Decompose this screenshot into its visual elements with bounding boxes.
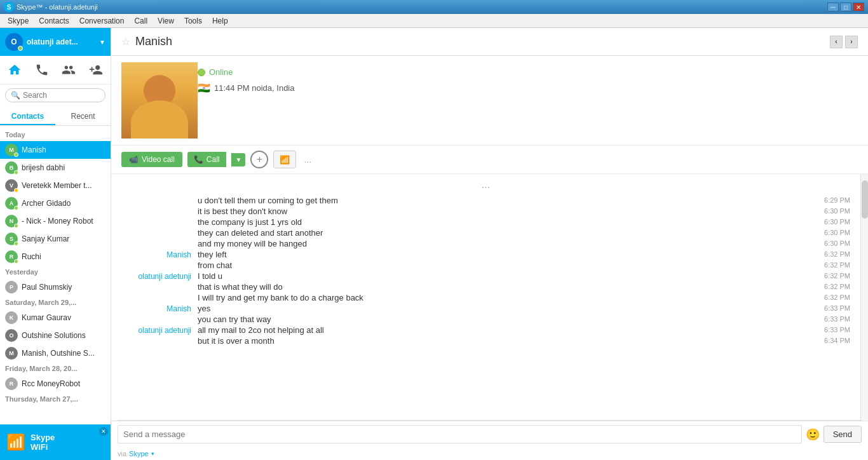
contact-item-ruchi[interactable]: R Ruchi	[0, 248, 111, 266]
chat-message-row: olatunji adetunjiall my mail to 2co not …	[121, 325, 850, 335]
menu-conversation[interactable]: Conversation	[74, 15, 130, 27]
profile-chevron-icon[interactable]: ▼	[99, 39, 105, 46]
message-text: I will try and get my bank to do a charg…	[198, 293, 812, 302]
message-time: 6:30 PM	[812, 206, 850, 216]
chat-scrollbar[interactable]	[860, 174, 868, 420]
header-next-btn[interactable]: ›	[845, 36, 858, 48]
menu-tools[interactable]: Tools	[179, 15, 207, 27]
action-icons-row	[0, 56, 111, 85]
message-text: but it is over a month	[198, 336, 812, 346]
avatar-ruchi: R	[5, 250, 18, 263]
message-time: 6:34 PM	[812, 336, 850, 346]
contact-item-manish-outshine[interactable]: M Manish, Outshine S...	[0, 344, 111, 362]
avatar-paul: P	[5, 281, 18, 294]
contact-item-outshine[interactable]: O Outshine Solutions	[0, 327, 111, 344]
signal-icon: 📶	[280, 155, 290, 165]
wifi-close-button[interactable]: ✕	[99, 427, 108, 436]
location-text: 11:44 PM noida, India	[214, 83, 294, 93]
via-chevron-icon: ▾	[151, 450, 154, 457]
call-icon[interactable]	[34, 61, 51, 79]
message-time: 6:32 PM	[812, 282, 850, 292]
section-friday: Friday, March 28, 20...	[0, 362, 111, 375]
contact-name-ruchi: Ruchi	[22, 252, 41, 261]
location-line: 🇮🇳 11:44 PM noida, India	[198, 82, 294, 94]
message-time: 6:32 PM	[812, 293, 850, 302]
avatar-kumar: K	[5, 311, 18, 324]
message-sender	[121, 315, 191, 324]
menu-help[interactable]: Help	[207, 15, 233, 27]
chat-scrollbar-thumb[interactable]	[862, 180, 868, 219]
via-bar: via Skype ▾	[111, 447, 868, 460]
add-to-call-button[interactable]: +	[250, 151, 268, 168]
status-line: Online	[198, 67, 294, 77]
message-text: I told u	[198, 271, 812, 281]
wifi-bar: 📶 Skype WiFi ✕	[0, 424, 111, 460]
header-prev-btn[interactable]: ‹	[830, 36, 843, 48]
contacts-icon[interactable]	[60, 61, 78, 79]
message-sender	[121, 217, 191, 227]
contact-item-veretekk[interactable]: V Veretekk Member t...	[0, 177, 111, 194]
contact-item-archer[interactable]: A Archer Gidado	[0, 194, 111, 212]
send-button[interactable]: Send	[824, 426, 862, 443]
contact-name-rcc: Rcc MoneyRobot	[22, 379, 80, 388]
message-text: they left	[198, 250, 812, 259]
contact-item-sanjay[interactable]: S Sanjay Kumar	[0, 230, 111, 248]
close-btn[interactable]: ✕	[853, 3, 864, 11]
contact-photo-image	[121, 62, 198, 139]
chat-message-row: Manishthey left6:32 PM	[121, 250, 850, 259]
tab-contacts[interactable]: Contacts	[0, 109, 55, 125]
message-sender: Manish	[121, 304, 191, 313]
add-contact-icon[interactable]	[88, 61, 105, 79]
menu-view[interactable]: View	[153, 15, 179, 27]
contact-item-kumar[interactable]: K Kumar Gaurav	[0, 309, 111, 327]
message-input[interactable]	[118, 425, 802, 443]
flag-icon: 🇮🇳	[198, 82, 210, 94]
contact-name-outshine: Outshine Solutions	[22, 331, 86, 340]
contact-item-nick[interactable]: N - Nick - Money Robot	[0, 212, 111, 230]
home-icon[interactable]	[6, 61, 24, 79]
more-options-button[interactable]: ...	[304, 154, 311, 165]
online-status-text: Online	[209, 67, 233, 77]
message-text: they can deleted and start another	[198, 228, 812, 238]
favorite-star-icon[interactable]: ☆	[121, 36, 130, 48]
window-title: Skype™ - olatunji.adetunji	[17, 3, 827, 11]
video-call-button[interactable]: 📹 Video call	[121, 152, 182, 167]
maximize-btn[interactable]: □	[840, 3, 851, 11]
message-text: it is best they don't know	[198, 206, 812, 216]
message-sender	[121, 196, 191, 205]
message-time: 6:32 PM	[812, 271, 850, 281]
message-sender	[121, 206, 191, 216]
wifi-label: Skype	[31, 433, 55, 442]
profile-bar[interactable]: O olatunji adet... ▼	[0, 28, 111, 56]
phone-icon: 📞	[194, 155, 203, 164]
minimize-btn[interactable]: ─	[827, 3, 839, 11]
avatar-outshine: O	[5, 329, 18, 342]
message-time: 6:30 PM	[812, 217, 850, 227]
menu-call[interactable]: Call	[129, 15, 153, 27]
wifi-info: Skype WiFi	[31, 433, 55, 452]
message-time: 6:32 PM	[812, 250, 850, 259]
call-button[interactable]: 📞 Call	[187, 152, 226, 167]
section-thursday: Thursday, March 27,...	[0, 393, 111, 405]
action-bar: 📹 Video call 📞 Call ▼ + 📶 ...	[111, 145, 868, 174]
contact-item-paul[interactable]: P Paul Shumskiy	[0, 278, 111, 296]
message-text: that is what they will do	[198, 282, 812, 292]
message-sender	[121, 293, 191, 302]
contact-name-sanjay: Sanjay Kumar	[22, 234, 69, 243]
contact-item-manish[interactable]: M Manish	[0, 141, 111, 159]
contact-item-rcc[interactable]: R Rcc MoneyRobot	[0, 375, 111, 393]
contact-name-archer: Archer Gidado	[22, 199, 71, 208]
avatar-sanjay: S	[5, 233, 18, 245]
via-skype-link[interactable]: Skype	[129, 450, 149, 457]
message-time: 6:30 PM	[812, 228, 850, 238]
menu-skype[interactable]: Skype	[3, 15, 34, 27]
contact-list: Today M Manish B brijesh dabhi V Veretek…	[0, 126, 111, 424]
menu-contacts[interactable]: Contacts	[34, 15, 74, 27]
call-dropdown-button[interactable]: ▼	[231, 153, 246, 166]
contact-item-brijesh[interactable]: B brijesh dabhi	[0, 159, 111, 177]
tab-recent[interactable]: Recent	[55, 109, 111, 125]
contact-photo	[121, 62, 198, 139]
signal-strength-button[interactable]: 📶	[273, 151, 296, 168]
search-input[interactable]	[23, 91, 118, 100]
emoji-button[interactable]: 🙂	[806, 428, 820, 442]
